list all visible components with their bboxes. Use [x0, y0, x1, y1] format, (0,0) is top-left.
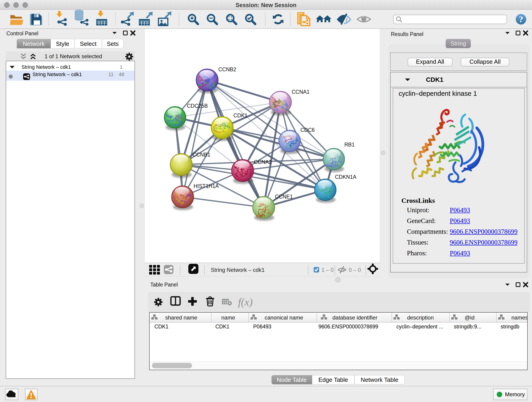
- svg-text:?: ?: [519, 14, 523, 24]
- svg-text:f(x): f(x): [238, 296, 253, 308]
